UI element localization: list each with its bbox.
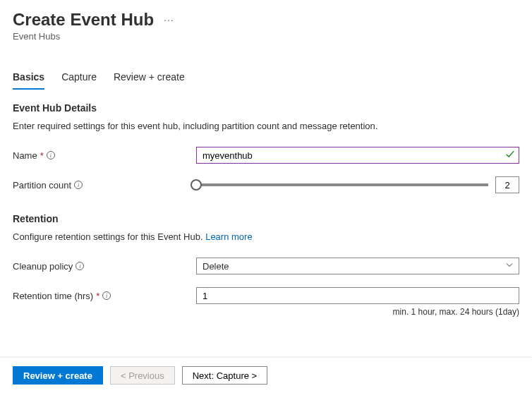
info-icon[interactable]: i [47,151,55,159]
required-indicator: * [96,291,99,301]
name-row: Name * i [13,147,519,164]
next-button[interactable]: Next: Capture > [182,366,267,385]
form-content: Event Hub Details Enter required setting… [0,90,532,317]
page-title: Create Event Hub [13,10,154,30]
info-icon[interactable]: i [102,291,111,300]
partition-value-input[interactable] [495,176,519,193]
chevron-down-icon [505,261,514,272]
cleanup-select[interactable]: Delete [196,258,519,274]
check-icon [505,150,515,162]
retention-time-input[interactable] [196,287,519,304]
page-header: Create Event Hub ··· Event Hubs [0,0,532,44]
name-label: Name * i [13,150,196,161]
retention-time-row: Retention time (hrs) * i [13,287,519,304]
partition-row: Partition count i [13,176,519,193]
details-section-title: Event Hub Details [13,102,519,114]
retention-section-title: Retention [13,213,519,224]
breadcrumb: Event Hubs [13,31,519,42]
details-section-desc: Enter required settings for this event h… [13,121,519,131]
retention-time-label: Retention time (hrs) * i [13,291,196,301]
cleanup-row: Cleanup policy i Delete [13,258,519,274]
retention-time-hint: min. 1 hour, max. 24 hours (1day) [13,307,519,317]
name-input[interactable] [196,147,519,164]
tab-review[interactable]: Review + create [114,67,185,90]
tab-bar: Basics Capture Review + create [0,67,532,90]
info-icon[interactable]: i [74,181,83,189]
slider-thumb[interactable] [191,179,202,191]
tab-capture[interactable]: Capture [61,67,97,90]
review-create-button[interactable]: Review + create [13,366,103,385]
retention-section-desc: Configure retention settings for this Ev… [13,231,519,242]
tab-basics[interactable]: Basics [13,67,44,90]
more-icon[interactable]: ··· [164,14,174,25]
cleanup-label: Cleanup policy i [13,261,196,272]
info-icon[interactable]: i [75,262,84,270]
partition-label: Partition count i [13,180,196,191]
footer-bar: Review + create < Previous Next: Capture… [0,357,532,393]
partition-slider[interactable] [196,183,488,186]
learn-more-link[interactable]: Learn more [205,231,252,242]
previous-button: < Previous [110,366,175,385]
required-indicator: * [40,150,44,161]
